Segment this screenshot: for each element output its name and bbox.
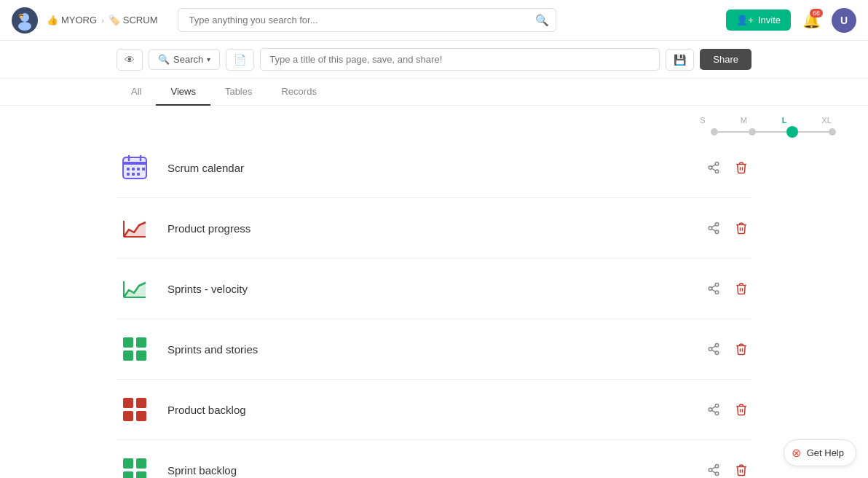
header-right: 👤+ Invite 🔔 66 U — [726, 7, 856, 34]
svg-rect-10 — [137, 168, 140, 171]
pdf-button[interactable]: 📄 — [226, 49, 254, 71]
toolbar: 👁 🔍 Search ▾ 📄 💾 Share — [0, 41, 868, 79]
share-item-button[interactable] — [703, 339, 724, 359]
tab-records[interactable]: Records — [267, 79, 331, 106]
item-icon-sprint-backlog — [117, 452, 153, 478]
size-dot-s[interactable] — [711, 128, 718, 136]
svg-point-24 — [709, 227, 712, 230]
search-button-label: Search — [173, 54, 203, 65]
tab-all[interactable]: All — [117, 79, 156, 106]
delete-item-button[interactable] — [731, 157, 751, 178]
breadcrumb: 👍 MYORG › 🏷️ SCRUM — [47, 15, 157, 26]
svg-point-49 — [715, 404, 719, 408]
list-item: Sprints and stories — [117, 319, 751, 380]
item-name: Sprints - velocity — [167, 283, 689, 295]
tab-views[interactable]: Views — [156, 79, 210, 106]
global-search-input[interactable] — [178, 8, 556, 32]
svg-rect-9 — [132, 168, 135, 171]
invite-label: Invite — [758, 15, 781, 26]
svg-line-61 — [711, 471, 715, 473]
share-item-button[interactable] — [703, 218, 724, 238]
org-avatar[interactable] — [12, 7, 38, 34]
size-dot-m[interactable] — [749, 128, 756, 136]
org-name: MYORG — [61, 15, 97, 26]
svg-rect-13 — [137, 173, 140, 176]
list-item: Sprint backlog — [117, 440, 751, 478]
svg-point-58 — [715, 465, 719, 469]
size-m-label: M — [741, 116, 747, 125]
views-list: Scrum calendar — [0, 138, 868, 478]
svg-point-31 — [715, 283, 719, 287]
delete-item-button[interactable] — [731, 399, 751, 420]
help-icon: ⊗ — [792, 446, 801, 460]
delete-item-button[interactable] — [731, 339, 751, 359]
size-xl-label: XL — [822, 116, 832, 125]
svg-rect-55 — [136, 458, 146, 469]
search-icon: 🔍 — [535, 14, 549, 27]
breadcrumb-org[interactable]: 👍 MYORG — [47, 15, 97, 26]
item-name: Sprints and stories — [167, 343, 689, 356]
item-actions — [703, 218, 751, 238]
delete-item-button[interactable] — [731, 460, 751, 478]
delete-item-button[interactable] — [731, 278, 751, 299]
share-item-button[interactable] — [703, 157, 724, 178]
delete-item-button[interactable] — [731, 218, 751, 238]
svg-rect-36 — [123, 337, 133, 348]
share-item-button[interactable] — [703, 278, 724, 299]
svg-rect-45 — [123, 398, 133, 408]
svg-point-42 — [715, 351, 719, 355]
svg-marker-20 — [124, 222, 146, 237]
page-title-input[interactable] — [260, 48, 660, 71]
svg-rect-57 — [136, 471, 146, 478]
svg-rect-56 — [123, 471, 133, 478]
svg-point-40 — [715, 344, 719, 348]
svg-point-33 — [715, 291, 719, 294]
svg-rect-12 — [132, 173, 135, 176]
item-icon-product-backlog — [117, 391, 153, 428]
breadcrumb-scrum[interactable]: 🏷️ SCRUM — [108, 15, 158, 26]
chevron-down-icon: ▾ — [207, 55, 210, 63]
item-icon-product-progress — [117, 210, 153, 246]
app-header: 👍 MYORG › 🏷️ SCRUM 🔍 👤+ Invite 🔔 66 U — [0, 0, 868, 41]
size-track — [711, 126, 839, 138]
svg-rect-14 — [142, 168, 145, 171]
invite-button[interactable]: 👤+ Invite — [726, 9, 791, 31]
view-toggle-button[interactable]: 👁 — [117, 49, 143, 71]
size-dot-xl[interactable] — [829, 128, 836, 136]
save-button[interactable]: 💾 — [666, 49, 694, 71]
get-help-button[interactable]: ⊗ Get Help — [784, 439, 856, 466]
svg-line-52 — [711, 410, 715, 412]
search-btn-icon: 🔍 — [158, 54, 170, 65]
item-name: Scrum calendar — [167, 162, 689, 174]
svg-point-32 — [709, 287, 712, 291]
share-item-button[interactable] — [703, 460, 724, 478]
share-button[interactable]: Share — [700, 49, 751, 70]
svg-point-15 — [715, 162, 719, 166]
list-item: Product progress — [117, 198, 751, 259]
size-line-ml — [756, 131, 786, 133]
item-actions — [703, 157, 751, 178]
svg-line-34 — [711, 289, 715, 291]
item-actions — [703, 339, 751, 359]
user-initial: U — [840, 15, 848, 26]
svg-line-53 — [711, 407, 715, 409]
scrum-icon: 🏷️ — [108, 15, 120, 26]
size-dot-l[interactable] — [786, 126, 798, 138]
list-item: Scrum calendar — [117, 138, 751, 198]
global-search-bar: 🔍 — [178, 8, 556, 32]
share-label: Share — [713, 54, 738, 65]
notifications-button[interactable]: 🔔 66 — [798, 7, 824, 34]
size-selector-area: S M L XL — [0, 106, 868, 138]
share-item-button[interactable] — [703, 399, 724, 420]
svg-point-59 — [709, 469, 712, 472]
size-labels: S M L XL — [700, 116, 839, 126]
search-button[interactable]: 🔍 Search ▾ — [149, 49, 220, 70]
svg-point-41 — [709, 348, 712, 351]
item-actions — [703, 460, 751, 478]
size-s-label: S — [700, 116, 705, 125]
svg-rect-54 — [123, 458, 133, 469]
tab-tables[interactable]: Tables — [210, 79, 267, 106]
tabs-bar: All Views Tables Records — [0, 79, 868, 106]
user-avatar[interactable]: U — [832, 8, 856, 33]
item-icon-sprints-velocity — [117, 270, 153, 307]
